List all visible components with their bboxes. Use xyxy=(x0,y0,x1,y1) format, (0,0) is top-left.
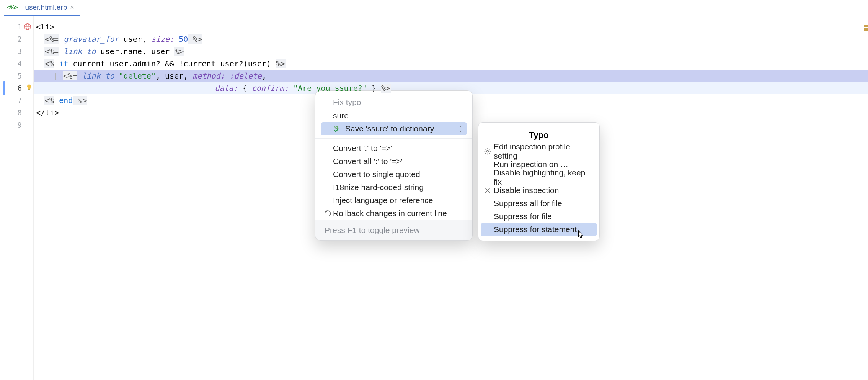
line-number: 4 xyxy=(0,57,33,70)
dictionary-icon: AZ xyxy=(333,124,341,133)
line-number: 9 xyxy=(0,119,33,131)
intention-item-single-quoted[interactable]: Convert to single quoted xyxy=(315,168,472,181)
code-text: data: xyxy=(215,84,238,93)
separator xyxy=(315,138,472,139)
file-tab[interactable]: <%> _user.html.erb × xyxy=(4,0,80,16)
code-text: "delete" xyxy=(114,71,156,80)
code-text: %> xyxy=(381,84,391,93)
line-number: 5 xyxy=(0,70,33,82)
code-text: user xyxy=(160,71,183,80)
code-text: %> xyxy=(73,96,87,105)
code-text: <% xyxy=(44,96,54,105)
code-text: </li> xyxy=(36,108,59,117)
intention-item-convert-all-colon[interactable]: Convert all ':' to '=>' xyxy=(315,155,472,168)
intention-item-rollback[interactable]: Rollback changes in current line xyxy=(315,207,472,220)
code-text: <li> xyxy=(36,22,54,31)
code-text: gravatar_for xyxy=(64,34,119,44)
code-text: user xyxy=(119,34,142,44)
code-text: link_to xyxy=(77,71,114,80)
code-text: <%= xyxy=(63,71,77,80)
code-text: current_user.admin? && !current_user?(us… xyxy=(68,59,276,68)
code-text: <%= xyxy=(44,34,59,44)
code-text: <% xyxy=(44,59,54,68)
intention-item-save-dictionary[interactable]: AZ Save 'ssure' to dictionary ⋮ xyxy=(321,122,467,135)
file-tab-label: _user.html.erb xyxy=(21,3,67,11)
line-number: 2 xyxy=(0,33,33,45)
code-text xyxy=(54,84,215,93)
popup-footer-hint: Press F1 to toggle preview xyxy=(315,220,472,240)
code-text: , xyxy=(156,71,160,80)
indent-guide: | xyxy=(54,71,63,80)
code-text: if xyxy=(54,59,68,68)
line-number: 3 xyxy=(0,45,33,57)
line-number: 1 xyxy=(0,21,33,33)
code-text: end xyxy=(54,96,73,105)
erb-file-icon: <%> xyxy=(7,4,18,10)
code-text: , xyxy=(183,71,188,80)
typo-submenu-popup: Typo Edit inspection profile setting Run… xyxy=(478,122,600,241)
code-text: %> xyxy=(276,59,286,68)
svg-rect-3 xyxy=(28,89,30,90)
code-text: method: xyxy=(188,71,225,80)
typo-item-disable-inspection[interactable]: Disable inspection xyxy=(481,184,597,197)
more-actions-icon[interactable]: ⋮ xyxy=(457,124,465,133)
gear-icon xyxy=(484,147,491,155)
mouse-cursor-icon xyxy=(576,229,586,240)
code-text: "Are you ssure?" xyxy=(289,84,367,93)
intention-item-i18nize[interactable]: I18nize hard-coded string xyxy=(315,181,472,194)
svg-point-5 xyxy=(487,151,489,152)
typo-item-suppress-all[interactable]: Suppress all for file xyxy=(481,197,597,210)
close-icon xyxy=(484,187,491,194)
code-text: , xyxy=(262,71,266,80)
code-text: %> xyxy=(174,47,184,56)
undo-icon xyxy=(324,209,332,218)
typo-item-edit-profile[interactable]: Edit inspection profile setting xyxy=(481,145,597,158)
intention-item-convert-colon[interactable]: Convert ':' to '=>' xyxy=(315,142,472,155)
code-text: } xyxy=(367,84,381,93)
code-text: { xyxy=(238,84,252,93)
line-number: 7 xyxy=(0,94,33,106)
code-text: size: xyxy=(147,34,174,44)
intention-item-inject[interactable]: Inject language or reference xyxy=(315,194,472,207)
close-icon[interactable]: × xyxy=(70,3,74,11)
code-text: user.name, user xyxy=(96,47,174,56)
code-text: link_to xyxy=(59,47,96,56)
code-text: :delete xyxy=(225,71,262,80)
intention-bulb-icon[interactable] xyxy=(25,84,33,91)
editor-tab-bar: <%> _user.html.erb × xyxy=(0,0,868,16)
line-number: 8 xyxy=(0,106,33,119)
typo-item-suppress-file[interactable]: Suppress for file xyxy=(481,210,597,223)
code-text: %> xyxy=(188,34,202,44)
typo-item-disable-highlight[interactable]: Disable highlighting, keep fix xyxy=(481,171,597,184)
code-text: 50 xyxy=(174,34,188,44)
code-text: <%= xyxy=(44,47,59,56)
globe-icon xyxy=(23,23,32,31)
code-text: , xyxy=(142,34,147,44)
code-text: confirm: xyxy=(252,84,289,93)
gutter: 1 2 3 4 5 6 7 8 9 xyxy=(0,16,34,380)
